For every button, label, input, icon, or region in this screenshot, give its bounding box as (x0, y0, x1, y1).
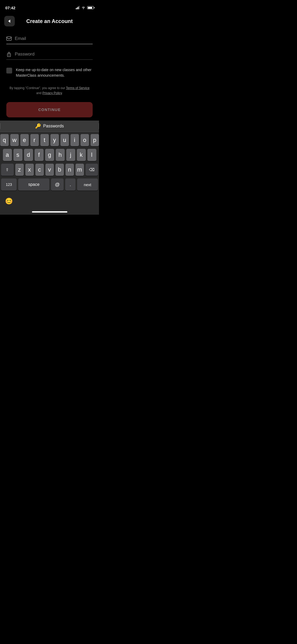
continue-button[interactable]: CONTINUE (6, 102, 93, 117)
key-row-1: q w e r t y u i o p (1, 134, 98, 146)
keyboard-area: 🔑 Passwords q w e r t y u i o p a s d f … (0, 121, 99, 215)
key-h[interactable]: h (56, 149, 65, 161)
key-a[interactable]: a (3, 149, 12, 161)
svg-rect-1 (7, 37, 11, 40)
key-i[interactable]: i (70, 134, 79, 146)
key-n[interactable]: n (65, 164, 74, 176)
status-bar: 07:42 (0, 0, 99, 12)
legal-text: By tapping "Continue", you agree to our … (6, 86, 93, 96)
status-time: 07:42 (5, 6, 15, 10)
back-chevron-icon (8, 20, 10, 23)
legal-and: and (36, 91, 42, 95)
newsletter-checkbox[interactable] (6, 68, 12, 73)
key-v[interactable]: v (45, 164, 54, 176)
header: Create an Account (0, 12, 99, 31)
form-area: Keep me up-to-date on new classes and ot… (0, 31, 99, 123)
key-x[interactable]: x (25, 164, 34, 176)
battery-icon (87, 6, 94, 9)
svg-point-3 (9, 55, 10, 56)
bottom-bar: 😊 (0, 194, 99, 211)
key-row-4: 123 space @ . next (1, 178, 98, 191)
legal-prefix: By tapping "Continue", you agree to our (10, 86, 66, 90)
passwords-label-text: Passwords (43, 124, 64, 128)
key-y[interactable]: y (50, 134, 59, 146)
key-g[interactable]: g (45, 149, 54, 161)
keyboard-rows: q w e r t y u i o p a s d f g h j k l ⇧ … (0, 132, 99, 194)
email-row (6, 36, 93, 44)
shift-key[interactable]: ⇧ (1, 164, 14, 176)
newsletter-checkbox-row: Keep me up-to-date on new classes and ot… (6, 67, 93, 78)
next-key[interactable]: next (77, 178, 98, 191)
signal-icon (76, 6, 80, 9)
svg-point-0 (83, 9, 84, 9)
password-input-group (6, 52, 93, 60)
email-icon (6, 36, 12, 41)
key-w[interactable]: w (10, 134, 19, 146)
key-icon: 🔑 (35, 123, 41, 129)
space-key[interactable]: space (18, 178, 49, 191)
terms-link[interactable]: Terms of Service (66, 86, 89, 90)
key-o[interactable]: o (81, 134, 89, 146)
status-icons (76, 6, 94, 9)
key-r[interactable]: r (30, 134, 39, 146)
backspace-key[interactable]: ⌫ (86, 164, 98, 176)
newsletter-label: Keep me up-to-date on new classes and ot… (16, 67, 93, 78)
key-d[interactable]: d (24, 149, 33, 161)
wifi-icon (81, 6, 86, 9)
period-key[interactable]: . (65, 178, 76, 191)
key-k[interactable]: k (77, 149, 86, 161)
key-f[interactable]: f (35, 149, 44, 161)
emoji-button[interactable]: 😊 (4, 196, 14, 206)
key-q[interactable]: q (0, 134, 9, 146)
home-indicator (32, 211, 67, 213)
legal-end: . (62, 91, 63, 95)
privacy-link[interactable]: Privacy Policy (43, 91, 62, 95)
password-field[interactable] (15, 52, 93, 57)
key-u[interactable]: u (60, 134, 69, 146)
keyboard-toolbar: 🔑 Passwords (0, 121, 99, 132)
email-field[interactable] (15, 36, 93, 41)
key-p[interactable]: p (91, 134, 99, 146)
key-t[interactable]: t (40, 134, 49, 146)
key-row-3: ⇧ z x c v b n m ⌫ (1, 164, 98, 176)
toolbar-divider-right (99, 123, 99, 129)
key-b[interactable]: b (55, 164, 64, 176)
email-input-group (6, 36, 93, 44)
key-z[interactable]: z (15, 164, 24, 176)
numbers-key[interactable]: 123 (1, 178, 17, 191)
key-m[interactable]: m (76, 164, 84, 176)
at-key[interactable]: @ (51, 178, 63, 191)
key-e[interactable]: e (20, 134, 29, 146)
toolbar-divider-left (0, 123, 0, 129)
key-row-2: a s d f g h j k l (1, 149, 98, 161)
key-s[interactable]: s (13, 149, 22, 161)
key-c[interactable]: c (35, 164, 44, 176)
lock-icon (6, 52, 12, 57)
home-bar-row (0, 211, 99, 215)
key-l[interactable]: l (87, 149, 96, 161)
passwords-toolbar: 🔑 Passwords (35, 123, 64, 129)
password-row (6, 52, 93, 60)
back-button[interactable] (4, 16, 15, 26)
key-j[interactable]: j (66, 149, 75, 161)
page-title: Create an Account (15, 18, 84, 24)
